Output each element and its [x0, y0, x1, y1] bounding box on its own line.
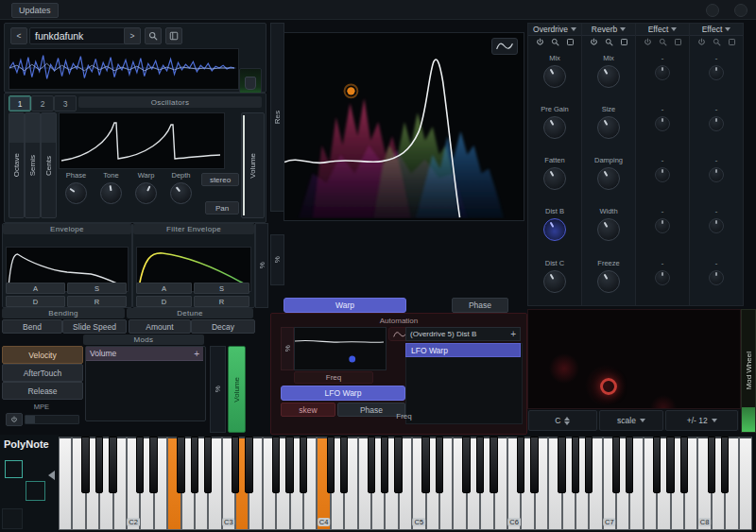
- search-icon[interactable]: [551, 38, 559, 46]
- bend-button[interactable]: Bend: [2, 319, 62, 334]
- stepper-arrows-icon[interactable]: [564, 417, 570, 425]
- search-icon[interactable]: [605, 38, 613, 46]
- search-icon[interactable]: [713, 38, 721, 46]
- key-Asharp7[interactable]: [680, 437, 688, 493]
- lfo-phase-button[interactable]: Phase: [452, 298, 508, 313]
- key-F8[interactable]: [739, 437, 752, 530]
- key-Fsharp4[interactable]: [368, 437, 375, 493]
- root-note-dropdown[interactable]: C: [528, 410, 597, 431]
- depth-knob[interactable]: [170, 182, 192, 204]
- key-Dsharp8[interactable]: [721, 437, 729, 493]
- key-Dsharp5[interactable]: [436, 437, 443, 493]
- phase-knob[interactable]: [65, 182, 87, 204]
- lfo-depth-slider[interactable]: %: [270, 234, 284, 285]
- effect-selector[interactable]: Effect: [636, 24, 689, 36]
- key-Dsharp3[interactable]: [245, 437, 252, 493]
- key-Fsharp5[interactable]: [462, 437, 470, 493]
- key-E1[interactable]: [59, 437, 72, 530]
- updates-button[interactable]: Updates: [11, 3, 59, 18]
- add-automation-button[interactable]: +: [510, 329, 516, 339]
- preset-waveform-display[interactable]: [9, 48, 239, 90]
- tone-knob[interactable]: [100, 182, 122, 204]
- power-icon[interactable]: [644, 38, 652, 46]
- sustain-slider[interactable]: S: [194, 283, 249, 294]
- effect-selector[interactable]: Reverb: [582, 24, 635, 36]
- effect-3-empty-knob[interactable]: [709, 167, 724, 182]
- sustain-slider[interactable]: S: [67, 283, 127, 294]
- reverb-1-width-knob[interactable]: [597, 218, 620, 241]
- filter-display[interactable]: [284, 32, 524, 221]
- overdrive-0-fatten-knob[interactable]: [543, 167, 566, 190]
- effect-3-empty-knob[interactable]: [709, 65, 724, 80]
- add-mod-button[interactable]: +: [194, 349, 199, 359]
- key-Asharp6[interactable]: [585, 437, 593, 493]
- automation-freq-button[interactable]: Freq: [294, 371, 373, 384]
- reverb-1-damping-knob[interactable]: [597, 167, 620, 190]
- keyboard-scroll-left-arrow[interactable]: [48, 471, 55, 480]
- preset-next-button[interactable]: >: [124, 27, 141, 44]
- preset-prev-button[interactable]: <: [10, 27, 27, 44]
- filter-type-button[interactable]: [491, 38, 518, 55]
- key-Fsharp2[interactable]: [177, 437, 184, 493]
- effect-2-empty-knob[interactable]: [655, 167, 670, 182]
- overdrive-0-dist-c-knob[interactable]: [543, 270, 566, 293]
- key-Gsharp7[interactable]: [666, 437, 674, 493]
- stereo-button[interactable]: stereo: [201, 173, 239, 186]
- key-Fsharp1[interactable]: [81, 437, 89, 493]
- mod-volume-slider[interactable]: Volume: [228, 346, 246, 433]
- detune-amount-button[interactable]: Amount: [129, 319, 191, 334]
- key-Fsharp6[interactable]: [558, 437, 565, 493]
- filter-envelope-depth-slider[interactable]: %: [255, 223, 268, 308]
- key-Csharp8[interactable]: [708, 437, 715, 493]
- key-Csharp7[interactable]: [612, 437, 620, 493]
- automation-lfo-warp-button[interactable]: LFO Warp: [281, 386, 405, 401]
- mod-source-velocity[interactable]: Velocity: [2, 346, 83, 364]
- overdrive-0-dist-b-knob[interactable]: [543, 218, 566, 241]
- oscillator-volume-slider[interactable]: Volume: [241, 112, 265, 218]
- mod-wheel-slider[interactable]: Mod Wheel: [741, 309, 756, 433]
- search-icon[interactable]: [659, 38, 667, 46]
- search-button[interactable]: [145, 27, 162, 44]
- key-Csharp5[interactable]: [421, 437, 429, 493]
- effect-2-empty-knob[interactable]: [655, 65, 670, 80]
- key-Fsharp3[interactable]: [272, 437, 280, 493]
- effect-2-empty-knob[interactable]: [655, 270, 670, 285]
- key-Fsharp7[interactable]: [653, 437, 661, 493]
- filter-res-slider[interactable]: Res: [270, 23, 284, 212]
- xy-pad[interactable]: [527, 309, 741, 409]
- square-icon[interactable]: [728, 38, 736, 46]
- effect-2-empty-knob[interactable]: [655, 116, 670, 131]
- attack-slider[interactable]: A: [6, 283, 65, 294]
- range-dropdown[interactable]: +/- 12: [665, 410, 738, 431]
- xy-pad-cursor[interactable]: [600, 378, 617, 395]
- cents-slider[interactable]: Cents: [41, 112, 57, 218]
- warp-knob[interactable]: [135, 182, 157, 204]
- oscillator-tab-2[interactable]: 2: [31, 95, 54, 112]
- mpe-slider[interactable]: [25, 415, 79, 424]
- mod-source-aftertouch[interactable]: AfterTouch: [2, 364, 83, 382]
- reverb-1-size-knob[interactable]: [597, 116, 620, 139]
- meter-handle[interactable]: [245, 77, 256, 90]
- browser-button[interactable]: [165, 27, 182, 44]
- square-icon[interactable]: [674, 38, 682, 46]
- key-Asharp1[interactable]: [109, 437, 116, 493]
- key-Dsharp4[interactable]: [340, 437, 348, 493]
- key-Gsharp3[interactable]: [285, 437, 293, 493]
- pan-button[interactable]: Pan: [205, 201, 239, 215]
- key-Csharp4[interactable]: [327, 437, 335, 493]
- automation-target-header[interactable]: (Overdrive 5) Dist B +: [405, 327, 521, 341]
- key-Gsharp4[interactable]: [381, 437, 388, 493]
- topbar-circle-icon[interactable]: [706, 4, 719, 17]
- slide-speed-button[interactable]: Slide Speed: [62, 319, 127, 334]
- overdrive-0-pre-gain-knob[interactable]: [543, 116, 566, 139]
- power-icon[interactable]: [697, 38, 706, 46]
- effect-3-empty-knob[interactable]: [709, 116, 724, 131]
- decay-slider[interactable]: D: [136, 296, 192, 307]
- mod-depth-slider[interactable]: %: [210, 346, 226, 433]
- key-Csharp3[interactable]: [232, 437, 239, 493]
- oscillator-tab-1[interactable]: 1: [9, 95, 31, 112]
- mpe-power-button[interactable]: [6, 413, 23, 426]
- key-Csharp6[interactable]: [517, 437, 524, 493]
- automation-display[interactable]: [294, 327, 387, 370]
- key-Gsharp1[interactable]: [95, 437, 103, 493]
